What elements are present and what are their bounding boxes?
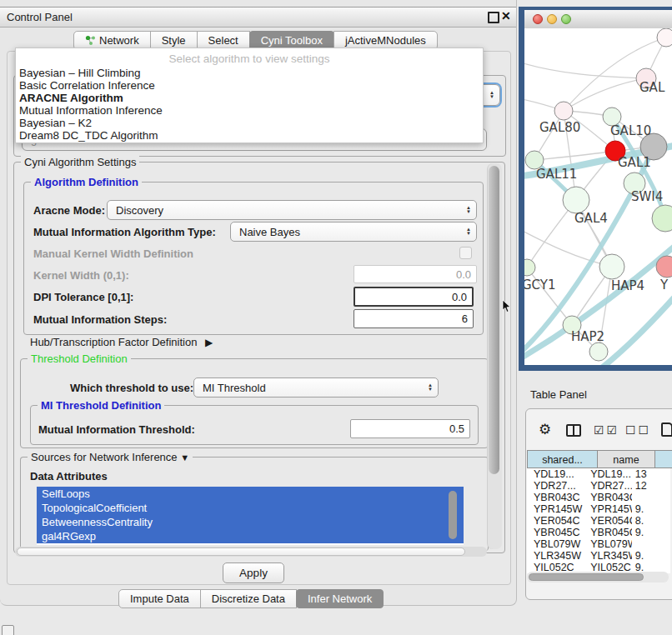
attributes-list-scrollbar[interactable] — [449, 491, 457, 539]
data-attributes-list[interactable]: SelfLoopsTopologicalCoefficientBetweenne… — [37, 487, 464, 545]
aracne-mode-value: Discovery — [108, 204, 461, 217]
tab-label: Infer Network — [308, 590, 372, 608]
kernel-width-label: Kernel Width (0,1): — [33, 269, 129, 282]
control-panel-titlebar[interactable]: Control Panel — [0, 7, 516, 28]
tab-label: Style — [162, 32, 186, 49]
dropdown-item-basic-correlation-inference[interactable]: Basic Correlation Inference — [16, 79, 483, 92]
dpi-tolerance-field[interactable]: 0.0 — [354, 287, 474, 307]
table-cell: YPR145W — [527, 503, 584, 515]
network-node[interactable] — [524, 259, 535, 276]
apply-button[interactable]: Apply — [223, 562, 284, 583]
tab-label: Cyni Toolbox — [261, 32, 323, 49]
network-node-label: SWI4 — [631, 189, 663, 204]
table-cell: YDR27... — [584, 480, 631, 492]
table-cell: 8. — [632, 515, 670, 527]
dropdown-item-mutual-information-inference[interactable]: Mutual Information Inference — [16, 104, 483, 117]
table-row[interactable]: YPR145WYPR145W9. — [527, 503, 670, 515]
settings-hscroll-thumb[interactable] — [17, 548, 465, 556]
table-row[interactable]: YBR045CYBR045C9. — [527, 527, 670, 538]
which-threshold-combo[interactable]: MI Threshold ▲▼ — [193, 378, 439, 398]
mi-steps-field[interactable]: 6 — [354, 309, 474, 328]
settings-vscroll-thumb[interactable] — [489, 166, 499, 474]
dropdown-item-bayesian-hill-climbing[interactable]: Bayesian – Hill Climbing — [16, 67, 483, 79]
tab-impute-data[interactable]: Impute Data — [118, 589, 201, 608]
network-edge[interactable] — [564, 78, 646, 111]
table-row[interactable]: YER054CYER054C8. — [527, 515, 670, 527]
hub-definition-toggle[interactable]: Hub/Transcription Factor Definition ▶ — [30, 336, 213, 348]
column-header-a[interactable]: A — [654, 450, 672, 468]
table-cell: 9. — [632, 527, 670, 538]
which-threshold-label: Which threshold to use: — [70, 382, 193, 394]
combo-spinner-icon: ▲▼ — [423, 383, 438, 392]
dpi-tolerance-label: DPI Tolerance [0,1]: — [33, 291, 133, 303]
aracne-mode-combo[interactable]: Discovery ▲▼ — [107, 200, 477, 220]
mi-threshold-group-title: MI Threshold Definition — [38, 399, 164, 412]
table-cell: 9. — [632, 550, 670, 562]
network-node-label: HAP4 — [611, 278, 644, 293]
network-node[interactable] — [599, 254, 624, 279]
close-window-icon[interactable]: ✕ — [501, 12, 511, 20]
mi-type-combo[interactable]: Naive Bayes ▲▼ — [230, 222, 477, 242]
close-traffic-light[interactable] — [533, 14, 543, 24]
dropdown-items: Bayesian – Hill ClimbingBasic Correlatio… — [16, 67, 483, 142]
mi-threshold-field[interactable]: 0.5 — [350, 419, 470, 438]
mouse-cursor — [502, 300, 512, 313]
combo-spinner-icon: ▲▼ — [461, 228, 476, 236]
table-cell: YBL079W — [527, 538, 584, 550]
network-node[interactable] — [589, 342, 608, 361]
tab-infer-network[interactable]: Infer Network — [296, 589, 384, 608]
attribute-item-topologicalcoefficient[interactable]: TopologicalCoefficient — [37, 501, 464, 515]
dropdown-item-dream8-dc-tdc-algorithm[interactable]: Dream8 DC_TDC Algorithm — [16, 129, 483, 142]
table-cell: YBR045C — [584, 527, 631, 538]
dpi-tolerance-value: 0.0 — [452, 291, 467, 303]
control-panel-title: Control Panel — [0, 11, 73, 23]
which-threshold-value: MI Threshold — [194, 382, 423, 394]
tab-discretize-data[interactable]: Discretize Data — [200, 589, 297, 608]
table-row[interactable]: YDR27...YDR27...12 — [527, 480, 670, 492]
tab-label: Impute Data — [130, 590, 189, 608]
table-row[interactable]: YBR043CYBR043C — [527, 492, 670, 503]
select-all-checks-icon[interactable]: ☑☑ — [594, 423, 619, 437]
column-header-shared-[interactable]: shared... — [527, 450, 598, 468]
table-doc-icon[interactable] — [661, 422, 672, 437]
panel-corner-icon[interactable] — [2, 625, 14, 635]
network-edge[interactable] — [524, 62, 646, 78]
dropdown-item-bayesian-k2[interactable]: Bayesian – K2 — [16, 117, 483, 129]
network-node-label: HAP2 — [571, 329, 604, 344]
zoom-traffic-light[interactable] — [561, 14, 571, 24]
combo-spinner-icon: ▲▼ — [484, 91, 499, 99]
table-cell: YLR345W — [527, 550, 584, 562]
manual-kernel-checkbox[interactable] — [459, 247, 472, 259]
network-node[interactable] — [563, 187, 589, 213]
network-node-label: GAL4 — [574, 211, 608, 226]
table-panel-title: Table Panel — [530, 388, 587, 401]
network-node[interactable] — [657, 28, 672, 47]
table-cell: 12 — [632, 480, 670, 492]
float-window-icon[interactable] — [488, 12, 499, 23]
collapse-down-icon[interactable]: ▼ — [180, 452, 189, 462]
network-node-label: GCY1 — [524, 278, 556, 292]
table-hscroll-thumb[interactable] — [529, 573, 644, 581]
network-view[interactable]: GALGAL80GAL10GAL1GAL11SWI4GAL4GCY1HAP4YH… — [524, 28, 672, 365]
network-edge-strong[interactable] — [601, 293, 672, 365]
table-cell — [632, 492, 670, 503]
mi-type-value: Naive Bayes — [231, 226, 461, 238]
network-node[interactable] — [652, 205, 672, 232]
aracne-mode-label: Aracne Mode: — [33, 204, 105, 217]
deselect-all-checks-icon[interactable]: ☐☐ — [625, 423, 651, 437]
attribute-item-gal4rgexp[interactable]: gal4RGexp — [37, 529, 464, 543]
dropdown-item-aracne-algorithm[interactable]: ARACNE Algorithm — [16, 92, 483, 104]
columns-icon[interactable] — [566, 424, 581, 437]
table-body: YDL19...YDL19...13YDR27...YDR27...12YBR0… — [527, 468, 670, 573]
network-node-label: Y — [659, 278, 669, 292]
network-node[interactable] — [554, 102, 573, 120]
minimize-traffic-light[interactable] — [547, 14, 557, 24]
column-header-name[interactable]: name — [597, 450, 655, 468]
table-row[interactable]: YLR345WYLR345W9. — [527, 550, 670, 562]
table-row[interactable]: YBL079WYBL079W — [527, 538, 670, 550]
gear-icon[interactable]: ⚙ — [539, 422, 551, 437]
table-row[interactable]: YDL19...YDL19...13 — [527, 468, 670, 480]
attribute-item-selfloops[interactable]: SelfLoops — [37, 487, 464, 501]
kernel-width-field[interactable]: 0.0 — [354, 265, 477, 283]
attribute-item-betweennesscentrality[interactable]: BetweennessCentrality — [37, 515, 464, 529]
